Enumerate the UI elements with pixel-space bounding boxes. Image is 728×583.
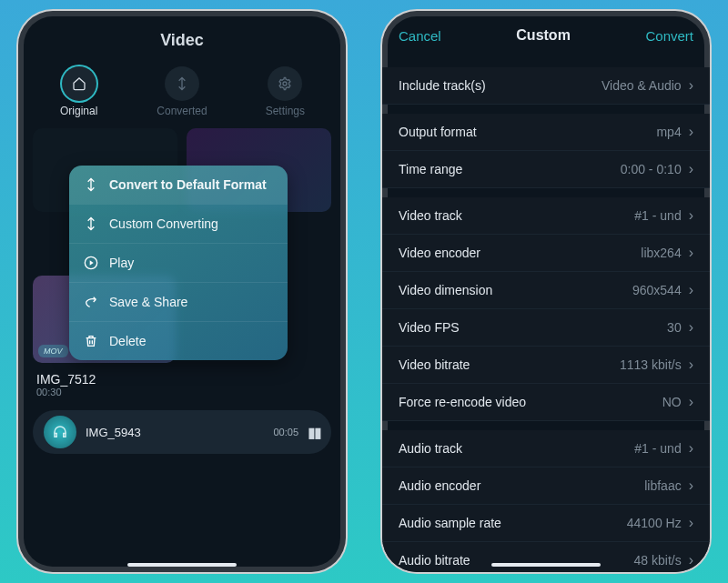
file-name: IMG_7512 xyxy=(18,363,346,387)
menu-item-label: Custom Converting xyxy=(109,216,218,231)
setting-value: libfaac xyxy=(644,478,681,493)
settings-row[interactable]: Video encoderlibx264› xyxy=(382,235,710,272)
chevron-right-icon: › xyxy=(689,515,693,531)
menu-item-label: Play xyxy=(109,256,134,270)
setting-value: 48 kbit/s xyxy=(634,553,682,568)
setting-key: Time range xyxy=(399,162,621,176)
settings-row[interactable]: Video bitrate1113 kbit/s› xyxy=(382,347,710,384)
recycle-icon xyxy=(165,66,199,101)
setting-value: 30 xyxy=(667,320,682,335)
chevron-right-icon: › xyxy=(689,552,693,568)
setting-value: 44100 Hz xyxy=(627,516,682,530)
settings-row[interactable]: Audio sample rate44100 Hz› xyxy=(382,505,710,542)
home-indicator xyxy=(127,563,237,567)
mini-player: IMG_5943 00:05 ▮▮ xyxy=(33,410,331,454)
format-badge: MOV xyxy=(38,345,68,357)
setting-key: Audio encoder xyxy=(399,478,644,493)
trash-icon xyxy=(84,334,98,348)
setting-value: mp4 xyxy=(656,125,681,139)
setting-value: 0:00 - 0:10 xyxy=(621,162,682,176)
tab-label: Converted xyxy=(157,105,207,117)
settings-row[interactable]: Time range0:00 - 0:10› xyxy=(382,151,710,188)
chevron-right-icon: › xyxy=(689,124,693,140)
tab-label: Original xyxy=(60,105,97,117)
app-title: Videc xyxy=(18,11,346,61)
setting-key: Output format xyxy=(399,125,656,139)
settings-row[interactable]: Video FPS30› xyxy=(382,309,710,347)
setting-key: Video track xyxy=(399,208,634,223)
setting-key: Video FPS xyxy=(399,320,667,335)
tab-settings[interactable]: Settings xyxy=(234,66,337,117)
setting-key: Force re-encode video xyxy=(399,395,662,409)
menu-item-label: Convert to Default Format xyxy=(109,177,267,192)
recycle-icon xyxy=(84,216,98,231)
setting-value: #1 - und xyxy=(634,208,681,223)
setting-value: #1 - und xyxy=(634,441,681,456)
chevron-right-icon: › xyxy=(689,477,693,494)
pause-button[interactable]: ▮▮ xyxy=(308,424,320,441)
phone-left-mockup: Videc Original Converted Settings xyxy=(16,9,348,574)
share-icon xyxy=(84,295,98,309)
headphones-icon[interactable] xyxy=(44,416,76,448)
setting-value: Video & Audio xyxy=(602,78,682,93)
menu-item-label: Delete xyxy=(109,334,146,348)
setting-key: Audio sample rate xyxy=(399,516,627,530)
settings-row[interactable]: Force re-encode videoNO› xyxy=(382,384,710,421)
chevron-right-icon: › xyxy=(689,282,693,298)
cancel-button[interactable]: Cancel xyxy=(399,28,441,44)
home-icon xyxy=(62,66,96,101)
setting-value: NO xyxy=(662,395,682,409)
convert-button[interactable]: Convert xyxy=(645,28,693,44)
setting-key: Include track(s) xyxy=(399,78,602,93)
tab-converted[interactable]: Converted xyxy=(130,66,233,117)
setting-value: 960x544 xyxy=(632,283,682,297)
nav-title: Custom xyxy=(516,27,571,44)
chevron-right-icon: › xyxy=(689,207,693,224)
menu-save-share[interactable]: Save & Share xyxy=(69,282,288,321)
tab-label: Settings xyxy=(266,105,305,117)
tab-original[interactable]: Original xyxy=(27,66,130,117)
settings-row[interactable]: Audio track#1 - und› xyxy=(382,430,710,467)
chevron-right-icon: › xyxy=(689,245,693,261)
chevron-right-icon: › xyxy=(689,440,693,457)
setting-key: Video bitrate xyxy=(399,357,620,372)
recycle-icon xyxy=(84,177,98,192)
menu-play[interactable]: Play xyxy=(69,243,288,282)
nav-bar: Cancel Custom Convert xyxy=(382,11,710,55)
setting-value: libx264 xyxy=(641,246,681,260)
setting-key: Video encoder xyxy=(399,246,641,260)
home-indicator xyxy=(491,563,601,567)
menu-item-label: Save & Share xyxy=(109,295,187,309)
settings-row[interactable]: Video track#1 - und› xyxy=(382,197,710,235)
player-time: 00:05 xyxy=(273,427,298,437)
chevron-right-icon: › xyxy=(689,357,693,373)
chevron-right-icon: › xyxy=(689,77,693,94)
context-menu: Convert to Default Format Custom Convert… xyxy=(69,166,288,360)
settings-row[interactable]: Include track(s)Video & Audio› xyxy=(382,67,710,105)
player-track-name: IMG_5943 xyxy=(86,426,264,439)
phone-right-mockup: Cancel Custom Convert Include track(s)Vi… xyxy=(380,9,712,574)
menu-delete[interactable]: Delete xyxy=(69,321,288,360)
chevron-right-icon: › xyxy=(689,394,693,410)
settings-row[interactable]: Video dimension960x544› xyxy=(382,272,710,309)
chevron-right-icon: › xyxy=(689,161,693,177)
gear-icon xyxy=(268,66,302,101)
settings-row[interactable]: Audio encoderlibfaac› xyxy=(382,467,710,505)
setting-key: Audio track xyxy=(399,441,634,456)
settings-list: Include track(s)Video & Audio›Output for… xyxy=(382,55,710,572)
svg-point-0 xyxy=(283,82,287,85)
file-duration: 00:30 xyxy=(18,387,346,397)
tab-bar: Original Converted Settings xyxy=(18,61,346,128)
setting-key: Video dimension xyxy=(399,283,632,297)
menu-convert-default[interactable]: Convert to Default Format xyxy=(69,166,288,204)
menu-custom-convert[interactable]: Custom Converting xyxy=(69,204,288,243)
play-icon xyxy=(84,256,98,270)
settings-row[interactable]: Audio bitrate48 kbit/s› xyxy=(382,542,710,572)
settings-row[interactable]: Output formatmp4› xyxy=(382,114,710,151)
chevron-right-icon: › xyxy=(689,319,693,336)
setting-value: 1113 kbit/s xyxy=(620,357,682,372)
